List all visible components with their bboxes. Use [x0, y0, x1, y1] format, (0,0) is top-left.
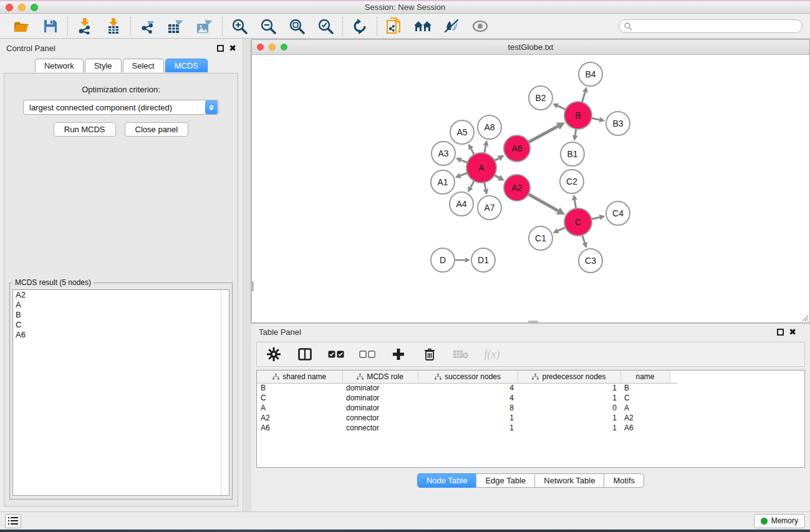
tab-network-table[interactable]: Network Table [534, 473, 604, 488]
cell-MCDS-role[interactable]: dominator [342, 383, 418, 393]
close-panel-icon[interactable]: ✖ [229, 45, 236, 52]
edge-A-A8[interactable] [485, 146, 486, 153]
mcds-result-item[interactable]: A2 [13, 290, 229, 300]
mcds-result-item[interactable]: A6 [13, 330, 229, 340]
export-image-button[interactable] [196, 17, 215, 36]
tab-style[interactable]: Style [85, 59, 122, 72]
task-history-button[interactable] [5, 514, 21, 528]
add-column-button[interactable] [390, 346, 407, 362]
cell-name[interactable]: B [620, 383, 670, 393]
cell-shared-name[interactable]: C [257, 393, 342, 403]
close-table-panel-icon[interactable]: ✖ [789, 329, 796, 336]
cell-shared-name[interactable]: A2 [257, 413, 342, 423]
cell-MCDS-role[interactable]: dominator [342, 403, 418, 413]
select-all-button[interactable] [328, 346, 344, 362]
edge-B-B1[interactable] [575, 129, 576, 135]
column-header-successor-nodes[interactable]: successor nodes [418, 370, 518, 383]
open-session-button[interactable] [12, 17, 31, 36]
network-graph[interactable]: B4B2BB3A8A5A6A3B1AC2A1A2A4A7C4CC1DD1C3 [252, 55, 809, 322]
cell-name[interactable]: A2 [620, 413, 670, 423]
edge-C-C4[interactable] [591, 217, 599, 219]
export-network-button[interactable] [138, 17, 157, 36]
float-panel-icon[interactable] [217, 45, 224, 52]
cell-shared-name[interactable]: B [257, 383, 342, 393]
table-row[interactable]: Cdominator41C [257, 393, 677, 403]
run-mcds-button[interactable]: Run MCDS [54, 122, 116, 137]
deselect-all-button[interactable] [359, 346, 375, 362]
tab-edge-table[interactable]: Edge Table [476, 473, 534, 488]
cell-successor-nodes[interactable]: 1 [418, 423, 518, 433]
cell-MCDS-role[interactable]: connector [342, 423, 418, 433]
mcds-result-item[interactable]: B [13, 310, 229, 320]
zoom-selected-button[interactable] [316, 17, 335, 36]
network-window-titlebar[interactable]: testGlobe.txt [252, 40, 809, 55]
edge-C-C2[interactable] [575, 200, 576, 209]
edge-A-A7[interactable] [485, 183, 486, 190]
cell-shared-name[interactable]: A6 [257, 423, 342, 433]
mcds-result-item[interactable]: A [13, 300, 229, 310]
tab-mcds[interactable]: MCDS [165, 59, 208, 72]
cell-predecessor-nodes[interactable]: 1 [518, 423, 620, 433]
tab-select[interactable]: Select [123, 59, 164, 72]
cell-name[interactable]: A6 [620, 423, 670, 433]
table-settings-button[interactable] [266, 346, 282, 362]
optimization-criterion-select[interactable]: largest connected component (directed) [23, 100, 219, 115]
float-table-panel-icon[interactable] [777, 329, 784, 336]
search-input[interactable] [619, 19, 803, 33]
edge-A-A4[interactable] [471, 181, 475, 188]
list-scrollbar[interactable] [221, 290, 229, 495]
refresh-layout-button[interactable] [350, 17, 369, 36]
column-header-predecessor-nodes[interactable]: predecessor nodes [518, 370, 620, 383]
memory-button[interactable]: Memory [754, 514, 805, 528]
cell-predecessor-nodes[interactable]: 1 [518, 383, 620, 393]
column-header-MCDS-role[interactable]: MCDS role [342, 370, 418, 383]
tab-node-table[interactable]: Node Table [417, 473, 476, 488]
mcds-result-item[interactable]: C [13, 320, 229, 330]
new-network-from-selection-button[interactable] [385, 17, 403, 36]
cell-MCDS-role[interactable]: connector [342, 413, 418, 423]
zoom-in-button[interactable] [230, 17, 249, 36]
table-row[interactable]: Adominator80A [257, 403, 677, 413]
export-table-button[interactable] [167, 17, 186, 36]
first-neighbors-button[interactable] [413, 17, 432, 36]
edge-C-C3[interactable] [582, 235, 585, 243]
cell-shared-name[interactable]: A [257, 403, 342, 413]
function-builder-button[interactable]: f(x) [484, 346, 500, 362]
edge-A-A3[interactable] [461, 160, 467, 163]
cell-predecessor-nodes[interactable]: 1 [518, 413, 620, 423]
window-resize-grip[interactable] [800, 313, 809, 322]
delete-table-button[interactable] [453, 346, 469, 362]
edge-C-C1[interactable] [558, 228, 566, 231]
cell-predecessor-nodes[interactable]: 0 [518, 403, 620, 413]
cell-name[interactable]: C [620, 393, 670, 403]
edge-A-A2[interactable] [494, 175, 499, 178]
edge-A-A1[interactable] [460, 173, 467, 175]
edge-B-B2[interactable] [557, 106, 566, 110]
network-canvas[interactable]: B4B2BB3A8A5A6A3B1AC2A1A2A4A7C4CC1DD1C3 [252, 55, 809, 322]
cell-successor-nodes[interactable]: 4 [418, 393, 518, 403]
table-row[interactable]: A2connector11A2 [257, 413, 677, 423]
table-row[interactable]: Bdominator41B [257, 383, 677, 393]
edge-A-A5[interactable] [471, 148, 474, 154]
column-header-name[interactable]: name [620, 370, 670, 383]
edge-A6-B[interactable] [528, 126, 557, 142]
column-header-shared-name[interactable]: shared name [257, 370, 342, 383]
cell-predecessor-nodes[interactable]: 1 [518, 393, 620, 403]
column-visibility-button[interactable] [297, 346, 313, 362]
cell-MCDS-role[interactable]: dominator [342, 393, 418, 403]
cell-successor-nodes[interactable]: 1 [418, 413, 518, 423]
tab-motifs[interactable]: Motifs [604, 473, 644, 488]
zoom-out-button[interactable] [259, 17, 277, 36]
edge-B-B4[interactable] [582, 92, 585, 102]
cell-successor-nodes[interactable]: 8 [418, 403, 518, 413]
zoom-fit-button[interactable] [287, 17, 306, 36]
table-row[interactable]: A6connector11A6 [257, 423, 677, 433]
mcds-result-list[interactable]: A2ABCA6 [12, 289, 229, 496]
node-table[interactable]: shared nameMCDS rolesuccessor nodesprede… [257, 370, 677, 433]
close-panel-button[interactable]: Close panel [125, 122, 189, 137]
tab-network[interactable]: Network [35, 59, 84, 72]
hide-selected-button[interactable] [442, 17, 461, 36]
save-session-button[interactable] [41, 17, 60, 36]
cell-name[interactable]: A [620, 403, 670, 413]
edge-A2-C[interactable] [528, 194, 558, 211]
